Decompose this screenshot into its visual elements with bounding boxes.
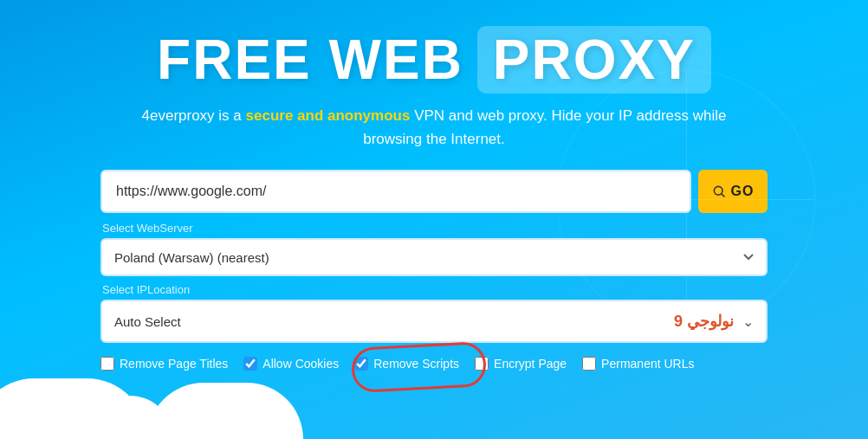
svg-line-1 [721,194,724,197]
iplocation-logo: نولوجي 9 [674,312,734,331]
option-allow-cookies[interactable]: Allow Cookies [243,357,339,371]
url-input[interactable] [100,170,691,213]
iplocation-value: Auto Select [114,314,674,329]
search-icon [712,184,726,198]
subtitle: 4everproxy is a secure and anonymous VPN… [139,104,729,151]
cloud-2 [52,396,173,439]
remove-page-titles-checkbox[interactable] [100,357,114,371]
title-part2: PROXY [477,26,711,94]
webserver-select[interactable]: Poland (Warsaw) (nearest) United States … [100,238,768,276]
clouds-decoration [0,370,868,439]
subtitle-after: VPN and web proxy. Hide your IP address … [363,107,726,147]
chevron-down-icon: ⌄ [742,313,754,330]
options-row: Remove Page Titles Allow Cookies Remove … [100,352,768,376]
permanent-urls-label: Permanent URLs [601,357,694,371]
option-remove-scripts[interactable]: Remove Scripts [354,357,459,371]
title-part1: FREE WEB [157,28,463,92]
iplocation-label: Select IPLocation [102,283,768,296]
subtitle-highlight: secure and anonymous [246,107,411,124]
encrypt-page-checkbox[interactable] [475,357,489,371]
remove-scripts-label: Remove Scripts [373,357,459,371]
url-row: GO [100,170,768,213]
encrypt-page-label: Encrypt Page [494,357,567,371]
go-button[interactable]: GO [698,170,768,213]
option-remove-page-titles[interactable]: Remove Page Titles [100,357,228,371]
remove-scripts-checkbox[interactable] [354,357,368,371]
remove-page-titles-label: Remove Page Titles [120,357,228,371]
iplocation-row[interactable]: Auto Select نولوجي 9 ⌄ [100,300,768,343]
page-title: FREE WEB PROXY [157,26,711,94]
go-label: GO [731,184,755,199]
option-permanent-urls[interactable]: Permanent URLs [582,357,694,371]
allow-cookies-checkbox[interactable] [243,357,257,371]
subtitle-before: 4everproxy is a [142,107,246,124]
svg-point-0 [714,187,722,196]
option-encrypt-page[interactable]: Encrypt Page [475,357,567,371]
permanent-urls-checkbox[interactable] [582,357,596,371]
allow-cookies-label: Allow Cookies [262,357,339,371]
cloud-1 [0,378,147,439]
webserver-label: Select WebServer [102,222,768,235]
search-container: GO Select WebServer Poland (Warsaw) (nea… [100,170,768,376]
cloud-3 [147,383,303,439]
title-container: FREE WEB PROXY [157,26,711,94]
